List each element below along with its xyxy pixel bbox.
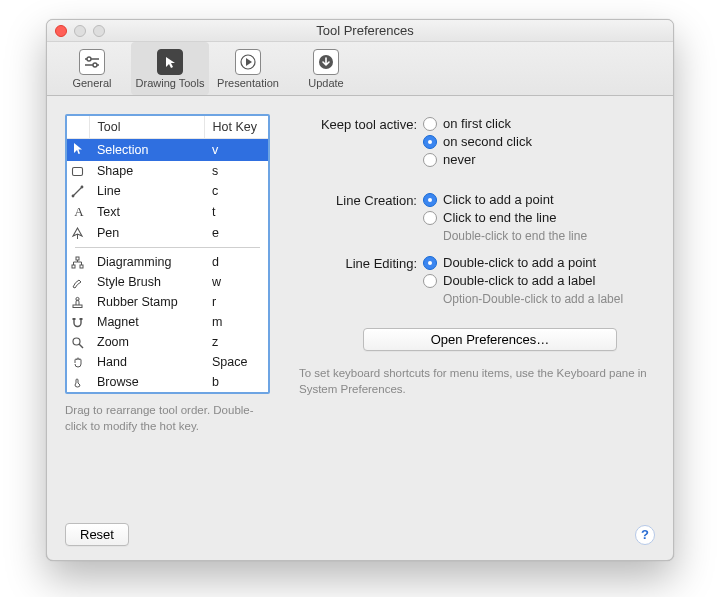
table-row[interactable]: Magnet m — [67, 312, 268, 332]
help-button[interactable]: ? — [635, 525, 655, 545]
radio-on-first-click[interactable]: on first click — [423, 116, 655, 131]
table-row[interactable]: Browse b — [67, 372, 268, 392]
svg-point-15 — [76, 297, 79, 300]
zoom-icon[interactable] — [93, 25, 105, 37]
svg-point-9 — [81, 185, 84, 188]
radio-icon — [423, 211, 437, 225]
style-brush-icon — [71, 276, 87, 289]
table-hint: Drag to rearrange tool order. Double-cli… — [65, 402, 275, 434]
traffic-lights — [55, 25, 105, 37]
tab-presentation[interactable]: Presentation — [209, 42, 287, 95]
table-row[interactable]: Shape s — [67, 161, 268, 181]
line-creation-label: Line Creation: — [297, 192, 423, 257]
keep-tool-label: Keep tool active: — [297, 116, 423, 170]
tab-label: General — [72, 77, 111, 89]
line-editing-row: Line Editing: Double-click to add a poin… — [297, 255, 655, 320]
play-icon — [235, 49, 261, 75]
radio-click-add-point[interactable]: Click to add a point — [423, 192, 655, 207]
svg-point-18 — [73, 338, 80, 345]
radio-click-end-line[interactable]: Click to end the line — [423, 210, 655, 225]
shortcuts-hint: To set keyboard shortcuts for menu items… — [299, 365, 655, 397]
tool-table[interactable]: Tool Hot Key Selection v — [65, 114, 270, 394]
footer: Reset ? — [65, 523, 655, 546]
diagramming-icon — [71, 256, 87, 269]
table-row[interactable]: Diagramming d — [67, 252, 268, 272]
table-row[interactable]: Line c — [67, 181, 268, 201]
line-editing-hint: Option-Double-click to add a label — [443, 292, 655, 306]
svg-point-8 — [72, 194, 75, 197]
line-icon — [71, 185, 87, 198]
sliders-icon — [79, 49, 105, 75]
browse-icon — [71, 376, 87, 389]
magnet-icon — [71, 316, 87, 329]
table-row[interactable]: Selection v — [67, 139, 268, 162]
table-row[interactable]: Zoom z — [67, 332, 268, 352]
close-icon[interactable] — [55, 25, 67, 37]
tab-label: Presentation — [217, 77, 279, 89]
radio-icon — [423, 256, 437, 270]
right-column: Keep tool active: on first click on seco… — [297, 114, 655, 434]
radio-icon — [423, 135, 437, 149]
table-row[interactable]: Rubber Stamp r — [67, 292, 268, 312]
radio-icon — [423, 274, 437, 288]
radio-never[interactable]: never — [423, 152, 655, 167]
radio-dblclick-add-label[interactable]: Double-click to add a label — [423, 273, 655, 288]
line-creation-row: Line Creation: Click to add a point Clic… — [297, 192, 655, 257]
preferences-window: Tool Preferences General Drawing Tools P… — [46, 19, 674, 561]
pen-icon — [71, 227, 87, 240]
svg-rect-12 — [72, 265, 75, 268]
cursor-icon — [157, 49, 183, 75]
svg-rect-6 — [73, 167, 83, 175]
keep-tool-active-row: Keep tool active: on first click on seco… — [297, 116, 655, 170]
svg-line-7 — [73, 187, 82, 196]
radio-icon — [423, 193, 437, 207]
tab-drawing-tools[interactable]: Drawing Tools — [131, 42, 209, 95]
tab-general[interactable]: General — [53, 42, 131, 95]
svg-rect-14 — [73, 305, 82, 308]
zoom-icon — [71, 336, 87, 349]
window-title: Tool Preferences — [115, 23, 615, 38]
selection-icon — [72, 142, 87, 155]
line-creation-hint: Double-click to end the line — [443, 229, 655, 243]
table-row[interactable]: Style Brush w — [67, 272, 268, 292]
svg-line-19 — [79, 344, 83, 348]
content-area: Tool Hot Key Selection v — [47, 96, 673, 560]
minimize-icon[interactable] — [74, 25, 86, 37]
table-row[interactable]: Hand Space — [67, 352, 268, 372]
line-editing-label: Line Editing: — [297, 255, 423, 320]
tab-update[interactable]: Update — [287, 42, 365, 95]
svg-rect-11 — [76, 257, 79, 260]
stamp-icon — [71, 296, 87, 309]
open-preferences-button[interactable]: Open Preferences… — [363, 328, 617, 351]
radio-dblclick-add-point[interactable]: Double-click to add a point — [423, 255, 655, 270]
col-hotkey[interactable]: Hot Key — [204, 116, 268, 139]
radio-icon — [423, 153, 437, 167]
radio-on-second-click[interactable]: on second click — [423, 134, 655, 149]
preferences-toolbar: General Drawing Tools Presentation Updat… — [47, 42, 673, 96]
left-column: Tool Hot Key Selection v — [65, 114, 275, 434]
svg-rect-13 — [80, 265, 83, 268]
hand-icon — [71, 356, 87, 369]
table-row[interactable]: Pen e — [67, 223, 268, 243]
shape-icon — [71, 165, 87, 178]
tab-label: Drawing Tools — [136, 77, 205, 89]
reset-button[interactable]: Reset — [65, 523, 129, 546]
table-row[interactable]: A Text t — [67, 201, 268, 223]
download-icon — [313, 49, 339, 75]
titlebar[interactable]: Tool Preferences — [47, 20, 673, 42]
svg-point-3 — [93, 63, 97, 67]
col-tool[interactable]: Tool — [89, 116, 204, 139]
radio-icon — [423, 117, 437, 131]
text-icon: A — [74, 204, 83, 219]
svg-point-2 — [87, 57, 91, 61]
tab-label: Update — [308, 77, 343, 89]
